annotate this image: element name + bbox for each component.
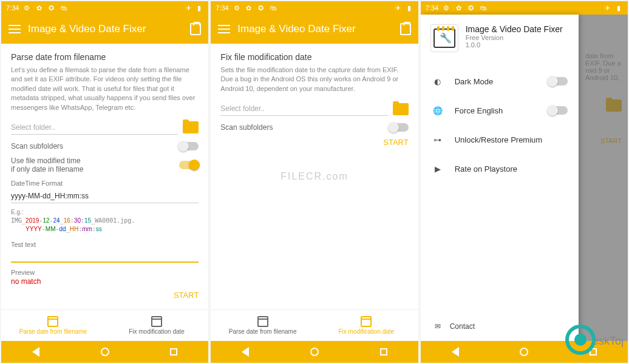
bag-icon: 🛍 bbox=[478, 4, 487, 12]
settings-icon: ⚙ bbox=[22, 4, 31, 12]
example-text: E.g.: IMG_2019-12-24_16:30:15_WA0001.jpg… bbox=[11, 208, 199, 234]
navigation-bar bbox=[421, 341, 628, 363]
battery-icon: ▮ bbox=[195, 4, 203, 12]
status-bar: 7:34 ⚙ ✿ ✪ 🛍 ✈ ▮ bbox=[421, 1, 628, 15]
menu-icon[interactable] bbox=[8, 25, 21, 33]
drawer-item-force-english[interactable]: 🌐 Force English bbox=[421, 96, 579, 125]
app-bar: Image & Video Date Fixer bbox=[211, 15, 418, 44]
drawer-item-dark-mode[interactable]: ◐ Dark Mode bbox=[421, 67, 579, 96]
start-button[interactable]: START bbox=[220, 138, 408, 147]
drawer-item-rate[interactable]: ▶ Rate on Playstore bbox=[421, 154, 579, 183]
datetime-format-label: DateTime Format bbox=[11, 180, 199, 187]
home-key[interactable] bbox=[100, 347, 110, 357]
app-icon bbox=[430, 24, 458, 52]
content-area: Parse date from filename Let's you defin… bbox=[1, 44, 208, 309]
drawer-version-label: Free Version bbox=[466, 34, 563, 41]
settings-icon: ⚙ bbox=[442, 4, 450, 12]
airplane-icon: ✈ bbox=[394, 4, 403, 12]
tab-fix-modification[interactable]: Fix modification date bbox=[314, 310, 418, 341]
settings-icon: ⚙ bbox=[233, 4, 241, 12]
language-icon: 🌐 bbox=[432, 104, 444, 116]
app-title: Image & Video Date Fixer bbox=[237, 23, 392, 35]
drawer-header: Image & Video Date Fixer Free Version 1.… bbox=[421, 15, 579, 62]
section-title: Parse date from filename bbox=[11, 52, 199, 62]
phone-screen-1: 7:34 ⚙ ✿ ✪ 🛍 ✈ ▮ Image & Video Date Fixe… bbox=[1, 1, 208, 363]
bug-icon: ✪ bbox=[466, 4, 475, 12]
folder-icon[interactable] bbox=[183, 121, 199, 133]
content-area: Fix file modification date Sets the file… bbox=[211, 44, 418, 309]
clipboard-icon[interactable] bbox=[400, 23, 411, 35]
status-bar: 7:34 ⚙ ✿ ✪ 🛍 ✈ ▮ bbox=[211, 1, 418, 15]
airplane-icon: ✈ bbox=[184, 4, 192, 12]
back-key[interactable] bbox=[31, 347, 41, 357]
dark-mode-icon: ◐ bbox=[432, 75, 444, 87]
calendar-icon bbox=[151, 316, 162, 327]
use-modified-label: Use file modified time if only date in f… bbox=[11, 157, 83, 174]
battery-icon: ▮ bbox=[614, 4, 623, 12]
navigation-bar bbox=[211, 341, 418, 363]
bottom-nav: Parse date from filename Fix modificatio… bbox=[211, 309, 418, 341]
recents-key[interactable] bbox=[169, 347, 178, 357]
test-text-input[interactable] bbox=[11, 251, 199, 263]
status-bar: 7:34 ⚙ ✿ ✪ 🛍 ✈ ▮ bbox=[1, 1, 208, 15]
section-description: Let's you define a filemask to parse the… bbox=[11, 66, 199, 112]
drawer-version-number: 1.0.0 bbox=[466, 41, 563, 49]
scan-subfolders-toggle[interactable] bbox=[179, 142, 199, 150]
drawer-item-unlock[interactable]: ⊶ Unlock/Restore Premium bbox=[421, 125, 579, 154]
start-button[interactable]: START bbox=[11, 291, 199, 300]
mail-icon: ✉ bbox=[432, 320, 444, 332]
status-time: 7:34 bbox=[6, 4, 19, 12]
app-bar: Image & Video Date Fixer bbox=[1, 15, 208, 44]
back-key[interactable] bbox=[450, 347, 460, 357]
dark-mode-toggle[interactable] bbox=[548, 77, 568, 86]
folder-input[interactable]: Select folder.. bbox=[220, 102, 387, 116]
key-icon: ⊶ bbox=[432, 133, 444, 146]
shield-icon: ✿ bbox=[35, 4, 43, 12]
bag-icon: 🛍 bbox=[269, 4, 277, 12]
section-title: Fix file modification date bbox=[220, 52, 408, 62]
bottom-nav: Parse date from filename Fix modificatio… bbox=[1, 309, 208, 341]
folder-input[interactable]: Select folder.. bbox=[11, 121, 178, 135]
calendar-icon bbox=[257, 316, 268, 327]
phone-screen-3: 7:34 ⚙ ✿ ✪ 🛍 ✈ ▮ date from EXIF. Due a r… bbox=[421, 1, 628, 363]
shield-icon: ✿ bbox=[245, 4, 253, 12]
calendar-icon bbox=[47, 316, 58, 327]
app-title: Image & Video Date Fixer bbox=[28, 23, 183, 35]
home-key[interactable] bbox=[310, 347, 319, 357]
scan-subfolders-label: Scan subfolders bbox=[11, 142, 63, 150]
force-english-toggle[interactable] bbox=[548, 106, 568, 115]
airplane-icon: ✈ bbox=[604, 4, 612, 12]
back-key[interactable] bbox=[240, 347, 250, 357]
navigation-drawer: Image & Video Date Fixer Free Version 1.… bbox=[421, 15, 579, 341]
menu-icon[interactable] bbox=[218, 25, 230, 33]
recents-key[interactable] bbox=[379, 347, 389, 357]
preview-result: no match bbox=[11, 277, 199, 286]
bug-icon: ✪ bbox=[47, 4, 55, 12]
scan-subfolders-label: Scan subfolders bbox=[220, 123, 273, 132]
section-description: Sets the file modification date to the c… bbox=[220, 66, 408, 93]
drawer-app-title: Image & Video Date Fixer bbox=[466, 24, 563, 34]
navigation-bar bbox=[1, 341, 208, 363]
preview-label: Preview bbox=[11, 269, 199, 276]
scan-subfolders-toggle[interactable] bbox=[389, 123, 409, 132]
tab-fix-modification[interactable]: Fix modification date bbox=[105, 310, 209, 341]
bug-icon: ✪ bbox=[257, 4, 265, 12]
bag-icon: 🛍 bbox=[59, 4, 67, 12]
datetime-format-input[interactable]: yyyy-MM-dd_HH:mm:ss bbox=[11, 189, 199, 203]
play-store-icon: ▶ bbox=[432, 163, 444, 175]
calendar-icon bbox=[361, 316, 372, 327]
shield-icon: ✿ bbox=[454, 4, 463, 12]
home-key[interactable] bbox=[519, 347, 529, 357]
watermark: FILECR.com bbox=[280, 171, 348, 182]
clipboard-icon[interactable] bbox=[190, 23, 201, 35]
status-time: 7:34 bbox=[216, 4, 228, 12]
drawer-item-contact[interactable]: ✉ Contact bbox=[421, 312, 579, 341]
recents-key[interactable] bbox=[588, 347, 598, 357]
drawer-list: ◐ Dark Mode 🌐 Force English ⊶ Unlock/Res… bbox=[421, 62, 579, 312]
tab-parse-date[interactable]: Parse date from filename bbox=[211, 310, 314, 341]
tab-parse-date[interactable]: Parse date from filename bbox=[1, 310, 105, 341]
use-modified-toggle[interactable] bbox=[179, 161, 199, 169]
battery-icon: ▮ bbox=[405, 4, 413, 12]
phone-screen-2: 7:34 ⚙ ✿ ✪ 🛍 ✈ ▮ Image & Video Date Fixe… bbox=[211, 1, 418, 363]
folder-icon[interactable] bbox=[393, 103, 409, 115]
